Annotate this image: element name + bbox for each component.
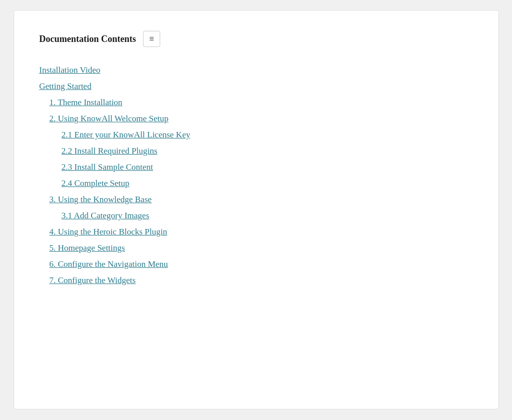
list-item: 2.1 Enter your KnowAll License Key: [39, 127, 473, 143]
toc-link-installation-video[interactable]: Installation Video: [39, 65, 101, 75]
toc-link-configure-widgets[interactable]: 7. Configure the Widgets: [50, 275, 136, 285]
toc-link-getting-started[interactable]: Getting Started: [39, 81, 91, 91]
toc-link-enter-license-key[interactable]: 2.1 Enter your KnowAll License Key: [62, 130, 191, 139]
list-item: 2.4 Complete Setup: [39, 175, 473, 192]
documentation-container: Documentation Contents ≡ Installation Vi…: [14, 10, 499, 409]
list-item: 2.3 Install Sample Content: [39, 159, 473, 175]
doc-header: Documentation Contents ≡: [39, 31, 473, 47]
list-item: 6. Configure the Navigation Menu: [39, 256, 473, 272]
toc-link-install-required-plugins[interactable]: 2.2 Install Required Plugins: [62, 146, 158, 156]
toc-link-using-knowledge-base[interactable]: 3. Using the Knowledge Base: [50, 195, 152, 204]
list-item: 1. Theme Installation: [39, 95, 473, 111]
toc-link-using-knowall-welcome-setup[interactable]: 2. Using KnowAll Welcome Setup: [50, 114, 169, 123]
list-item: 4. Using the Heroic Blocks Plugin: [39, 224, 473, 240]
menu-icon: ≡: [149, 35, 154, 43]
list-item: 3. Using the Knowledge Base: [39, 192, 473, 208]
toc-link-complete-setup[interactable]: 2.4 Complete Setup: [62, 178, 130, 188]
list-item: 2.2 Install Required Plugins: [39, 143, 473, 159]
list-item: 2. Using KnowAll Welcome Setup: [39, 111, 473, 127]
toc-link-using-heroic-blocks[interactable]: 4. Using the Heroic Blocks Plugin: [50, 227, 167, 237]
toc-link-theme-installation[interactable]: 1. Theme Installation: [50, 98, 123, 107]
toc-list: Installation VideoGetting Started1. Them…: [39, 62, 473, 289]
list-item: Installation Video: [39, 62, 473, 78]
toc-link-install-sample-content[interactable]: 2.3 Install Sample Content: [62, 162, 153, 172]
list-item: 3.1 Add Category Images: [39, 208, 473, 224]
toc-link-configure-navigation-menu[interactable]: 6. Configure the Navigation Menu: [50, 259, 168, 269]
list-item: 7. Configure the Widgets: [39, 272, 473, 289]
toc-link-homepage-settings[interactable]: 5. Homepage Settings: [50, 243, 125, 253]
doc-title: Documentation Contents: [39, 34, 136, 44]
list-item: 5. Homepage Settings: [39, 240, 473, 256]
toc-link-add-category-images[interactable]: 3.1 Add Category Images: [62, 211, 150, 220]
menu-toggle-button[interactable]: ≡: [143, 31, 160, 47]
list-item: Getting Started: [39, 78, 473, 95]
